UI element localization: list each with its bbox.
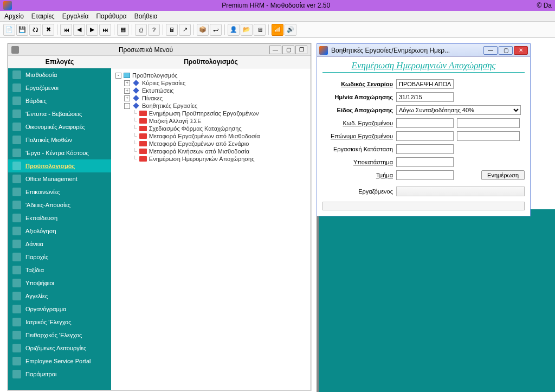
sidebar-item[interactable]: Οριζόμενες Λειτουργίες — [8, 342, 111, 355]
minimize-button[interactable]: — — [269, 46, 281, 54]
tb-open-icon[interactable]: 📂 — [241, 24, 253, 36]
sidebar-item[interactable]: Υποψήφιοι — [8, 277, 111, 290]
sidebar-item[interactable]: 'Εργα - Κέντρα Κόστους — [8, 146, 111, 159]
restore-button[interactable]: ❐ — [295, 46, 307, 54]
tb-new-icon[interactable]: 📄 — [3, 24, 15, 36]
sidebar-item[interactable]: Δάνεια — [8, 237, 111, 250]
expand-icon[interactable]: - — [124, 103, 130, 109]
sidebar-item[interactable]: Επικοινωνίες — [8, 185, 111, 198]
tree-leaf-label: Μεταφορά Εργαζομένων από Σενάριο — [149, 140, 249, 147]
update-button[interactable]: Ενημέρωση — [481, 170, 525, 180]
tree-root[interactable]: -Προϋπολογισμός — [115, 72, 306, 79]
menu-tools[interactable]: Εργαλεία — [62, 12, 89, 20]
sidebar-item[interactable]: Αξιολόγηση — [8, 224, 111, 237]
menu-companies[interactable]: Εταιρίες — [31, 12, 55, 20]
maximize-button[interactable]: ▢ — [499, 46, 513, 55]
type-select[interactable]: Λόγω Συνταξιοδότησης 40% — [396, 105, 521, 115]
menu-file[interactable]: Αρχείο — [4, 12, 24, 20]
tree-branch[interactable]: +Πίνακες — [115, 94, 306, 102]
sidebar-item[interactable]: Εκπαίδευση — [8, 211, 111, 224]
sidebar-item[interactable]: Οργανόγραμμα — [8, 303, 111, 316]
label-scenario: Κωδικός Σεναρίου — [322, 81, 393, 87]
tree-leaf[interactable]: └Μεταφορά Εργαζομένων από Μισθοδοσία — [115, 132, 306, 140]
maximize-button[interactable]: ▢ — [282, 46, 294, 54]
sidebar-item[interactable]: Αγγελίες — [8, 290, 111, 303]
dialog-heading: Ενημέρωση Ημερομηνιών Αποχώρησης — [322, 60, 525, 73]
sidebar-item[interactable]: Office Management — [8, 172, 111, 185]
tree-branch[interactable]: +Εκτυπώσεις — [115, 87, 306, 94]
expand-icon[interactable]: + — [124, 95, 130, 101]
tb-prev-icon[interactable]: ◀ — [73, 24, 85, 36]
sidebar-item-label: Παράμετροι — [25, 371, 56, 377]
tree-leaf[interactable]: └Ενημέρωση Προϋπηρεσίας Εργαζομένων — [115, 110, 306, 117]
tb-delete-icon[interactable]: ✖ — [42, 24, 54, 36]
tb-refresh-icon[interactable]: 🗘 — [29, 24, 41, 36]
sidebar-item[interactable]: Ταξίδια — [8, 264, 111, 277]
tb-exit-icon[interactable]: ⮐ — [210, 24, 222, 36]
sidebar-item-icon — [12, 188, 21, 196]
tree-leaf[interactable]: └Μεταφορά Εργαζομένων από Σενάριο — [115, 140, 306, 147]
sidebar-item[interactable]: Προϋπολογισμός — [8, 159, 111, 172]
tb-rss-icon[interactable]: 📶 — [272, 24, 283, 36]
tb-save-icon[interactable]: 💾 — [16, 24, 28, 36]
sidebar-item[interactable]: Πολιτικές Μισθών — [8, 133, 111, 146]
tb-next-icon[interactable]: ▶ — [86, 24, 98, 36]
tree-root-label: Προϋπολογισμός — [132, 72, 178, 79]
tb-box-icon[interactable]: 📦 — [197, 24, 209, 36]
empname-to-input[interactable] — [457, 131, 520, 141]
tree-leaf[interactable]: └Μεταφορά Κινήσεων από Μισθοδοσία — [115, 147, 306, 155]
tree-branch[interactable]: -Βοηθητικές Εργασίες — [115, 102, 306, 110]
tb-user-icon[interactable]: 👤 — [228, 24, 240, 36]
sidebar-item[interactable]: 'Εντυπα - Βεβαιώσεις — [8, 107, 111, 120]
sidebar-item[interactable]: Πειθαρχικός 'Ελεγχος — [8, 329, 111, 342]
tb-print-icon[interactable]: ⎙ — [135, 24, 147, 36]
tree-leaf[interactable]: └Ενημέρωση Ημερομηνιών Αποχώρησης — [115, 155, 306, 163]
minimize-button[interactable]: — — [483, 46, 498, 55]
date-input[interactable] — [396, 92, 454, 102]
tb-layout-icon[interactable]: ▦ — [117, 24, 129, 36]
dialog-header[interactable]: Βοηθητικές Εργασίες/Ενημέρωση Ημερ... — … — [317, 44, 530, 57]
sidebar-item[interactable]: Μισθοδοσία — [8, 68, 111, 81]
tb-calc-icon[interactable]: 🖩 — [166, 24, 178, 36]
book-icon — [139, 156, 147, 162]
tb-help-icon[interactable]: ? — [148, 24, 160, 36]
sidebar-item-label: Ιατρικός 'Ελεγχος — [25, 319, 72, 325]
sidebar-item[interactable]: 'Αδειες-Απουσίες — [8, 198, 111, 211]
tree-leaf[interactable]: └Μαζική Αλλαγή ΣΣΕ — [115, 117, 306, 125]
collapse-icon[interactable]: - — [115, 73, 121, 79]
expand-icon[interactable]: + — [124, 88, 130, 94]
dept-input[interactable] — [396, 170, 454, 180]
sidebar-item[interactable]: Ιατρικός 'Ελεγχος — [8, 316, 111, 329]
sidebar-item[interactable]: Παράμετροι — [8, 368, 111, 381]
menu-windows[interactable]: Παράθυρα — [96, 12, 126, 20]
sidebar-item[interactable]: Employee Service Portal — [8, 355, 111, 368]
empname-from-input[interactable] — [396, 131, 454, 141]
sidebar-item-label: Επικοινωνίες — [25, 189, 60, 195]
expand-icon[interactable]: + — [124, 80, 130, 86]
tree-branch[interactable]: +Κύριες Εργασίες — [115, 79, 306, 87]
tb-sound-icon[interactable]: 🔊 — [285, 24, 296, 36]
tree-leaf-label: Μεταφορά Εργαζομένων από Μισθοδοσία — [149, 133, 260, 139]
sidebar-item-label: Μισθοδοσία — [25, 72, 57, 78]
tree-connector: └ — [133, 118, 137, 124]
tb-screen-icon[interactable]: 🖥 — [254, 24, 266, 36]
workstatus-input[interactable] — [396, 144, 454, 154]
sidebar-item[interactable]: Εργαζόμενοι — [8, 81, 111, 94]
sidebar-item[interactable]: Βάρδιες — [8, 94, 111, 107]
sidebar-item[interactable]: Παροχές — [8, 250, 111, 264]
tree-leaf[interactable]: └Σχεδιασμός Φόρμας Καταχώρησης — [115, 125, 306, 132]
menu-window-header[interactable]: Προσωπικό Μενού — ▢ ❐ — [8, 44, 311, 56]
sidebar-item-icon — [12, 305, 21, 313]
sidebar-item-label: Πολιτικές Μισθών — [25, 137, 72, 143]
empcode-from-input[interactable] — [396, 118, 454, 128]
branch-input[interactable] — [396, 157, 454, 167]
empcode-to-input[interactable] — [457, 118, 520, 128]
sidebar-item-label: Εκπαίδευση — [25, 215, 57, 221]
tb-last-icon[interactable]: ⏭ — [99, 24, 111, 36]
tb-export-icon[interactable]: ↗ — [179, 24, 191, 36]
close-button[interactable]: ✕ — [514, 46, 528, 55]
scenario-input[interactable] — [396, 79, 454, 89]
tb-first-icon[interactable]: ⏮ — [60, 24, 72, 36]
menu-help[interactable]: Βοήθεια — [134, 12, 158, 20]
sidebar-item[interactable]: Οικονομικές Αναφορές — [8, 120, 111, 133]
